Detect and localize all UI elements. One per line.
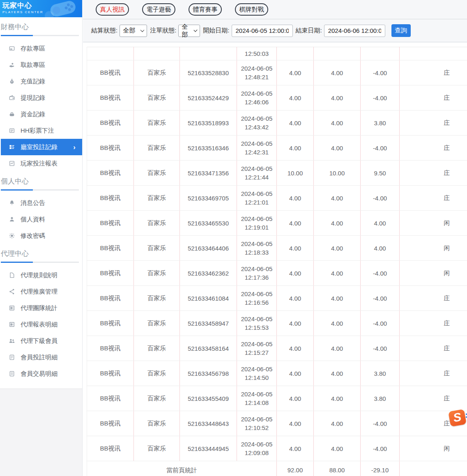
end-date-label: 結束日期: (296, 27, 322, 34)
cell-order: 521633458164 (180, 336, 237, 361)
order-status-value: 全部 (182, 23, 192, 39)
cell-date: 2024-06-05 (237, 264, 276, 273)
cell-bet: 4.00 (277, 386, 314, 411)
sidebar-item-doc-lines-2-5[interactable]: 會員投註明細 (1, 349, 82, 366)
cell-result: 闲 (400, 436, 467, 461)
doc-grid-icon (9, 370, 15, 377)
start-date-input[interactable] (232, 25, 293, 37)
chevron-down-icon (140, 28, 145, 32)
cell-date: 2024-06-05 (237, 365, 276, 373)
sidebar-item-label: 代理規則說明 (21, 271, 58, 279)
settle-status-select[interactable]: 全部 (120, 25, 147, 37)
cell-platform: BB视讯 (87, 60, 134, 85)
sidebar-item-money-bag-0-2[interactable]: 充值記錄 (1, 73, 82, 90)
cell-winloss: -4.00 (361, 186, 400, 211)
search-button[interactable]: 查詢 (391, 24, 411, 37)
cell-datetime: 2024-06-05 12:19:01 (237, 211, 277, 236)
sidebar-item-document-2-0[interactable]: 代理規則說明 (1, 267, 82, 283)
cell-platform: BB视讯 (87, 110, 134, 136)
sidebar-item-users-2-4[interactable]: 代理下級會員 (1, 333, 82, 349)
table-row: BB视讯 百家乐 521633448643 2024-06-05 12:10:5… (87, 411, 467, 436)
cell-game: 百家乐 (134, 286, 180, 311)
person-icon (9, 216, 15, 223)
cell-date: 2024-06-05 (237, 89, 276, 98)
sidebar-section-title: 財務中心 (1, 22, 82, 32)
sidebar-item-person-1-1[interactable]: 個人資料 (1, 211, 82, 228)
cell-result: 庄 (400, 110, 467, 136)
cell-winloss: -4.00 (361, 436, 400, 461)
cell-valid: 4.00 (314, 361, 361, 386)
cell-date: 2024-06-05 (237, 114, 276, 123)
cell-datetime: 2024-06-05 12:21:01 (237, 186, 277, 211)
sidebar-item-withdraw-hand-0-1[interactable]: 取款專區 (1, 57, 82, 73)
cell-winloss: 4.00 (361, 211, 400, 236)
share-icon (9, 288, 15, 295)
footer-empty (400, 461, 467, 476)
sidebar-item-label: 提現記錄 (21, 94, 45, 102)
sidebar-item-label: 會員投註明細 (21, 354, 58, 361)
cell-platform: BB视讯 (87, 386, 134, 411)
cell-game: 百家乐 (134, 186, 180, 211)
cell-platform: BB视讯 (87, 286, 134, 311)
end-date-input[interactable] (324, 25, 385, 37)
table-footer-row: 當前頁統計 92.00 88.00 -29.10 (87, 461, 467, 476)
bet-records-table-wrap: 12:50:03 BB视讯 百家乐 521633528830 2024-06-0… (83, 42, 467, 476)
cell-datetime: 2024-06-05 12:10:52 (237, 411, 277, 436)
cell-date: 2024-06-05 (237, 340, 276, 348)
cell-datetime: 2024-06-05 12:46:06 (237, 85, 277, 110)
cell-order: 521633524429 (180, 85, 237, 110)
sogou-ime-indicator[interactable]: S (449, 410, 467, 428)
tab-1[interactable]: 電子遊藝 (142, 3, 175, 16)
sidebar-item-kanban-0-6[interactable]: 廳室投註記錄 › (1, 139, 82, 155)
cell-bet: 4.00 (277, 110, 314, 136)
sidebar-item-list-0-5[interactable]: HH彩票下注 (1, 122, 82, 139)
sidebar-item-report-2-2[interactable]: 代理團隊統計 (1, 300, 82, 316)
cell-bet: 4.00 (277, 311, 314, 336)
cell-result: 庄 (400, 136, 467, 161)
tab-0[interactable]: 真人視訊 (96, 3, 129, 16)
sidebar-item-report-2-3[interactable]: 代理報表明細 (1, 316, 82, 333)
cell-bet: 4.00 (277, 60, 314, 85)
sidebar-item-bank-card-0-0[interactable]: 存款專區 (1, 40, 82, 57)
sidebar-item-label: 充值記錄 (21, 78, 45, 85)
cell-bet: 4.00 (277, 85, 314, 110)
cell-platform: BB视讯 (87, 85, 134, 110)
cell-result: 庄 (400, 161, 467, 186)
cell-order: 521633456798 (180, 361, 237, 386)
sidebar-menu-panel: 玩家中心 PLAYERS CENTER 財務中心 (0, 0, 82, 389)
tab-3[interactable]: 棋牌對戰 (235, 3, 268, 16)
chevron-down-icon (194, 28, 198, 32)
cell-bet (277, 47, 314, 60)
sidebar-item-gear-1-2[interactable]: 修改密碼 (1, 228, 82, 244)
sidebar-item-label: 代理報表明細 (21, 321, 58, 329)
tab-2[interactable]: 體育賽事 (189, 3, 222, 16)
sidebar-item-doc-grid-2-6[interactable]: 會員交易明細 (1, 366, 82, 382)
cell-game: 百家乐 (134, 436, 180, 461)
sidebar-item-share-2-1[interactable]: 代理推廣管理 (1, 283, 82, 300)
sidebar-item-label: 代理推廣管理 (21, 288, 58, 296)
sidebar-item-wallet-0-3[interactable]: 提現記錄 (1, 90, 82, 106)
cell-game: 百家乐 (134, 361, 180, 386)
report-icon (9, 321, 15, 328)
sidebar-item-bell-1-0[interactable]: 消息公告 (1, 195, 82, 211)
cell-game: 百家乐 (134, 261, 180, 286)
cell-valid: 4.00 (314, 60, 361, 85)
cell-result: 庄 (400, 336, 467, 361)
cell-time: 12:43:42 (237, 123, 276, 131)
sidebar-item-chart-report-0-7[interactable]: 玩家投注報表 (1, 155, 82, 172)
cell-game (134, 47, 180, 60)
cell-game: 百家乐 (134, 386, 180, 411)
order-status-select[interactable]: 全部 (178, 25, 200, 37)
cell-platform (87, 47, 134, 60)
table-row: BB视讯 百家乐 521633455409 2024-06-05 12:14:0… (87, 386, 467, 411)
sidebar-item-purse-0-4[interactable]: 資金記錄 (1, 106, 82, 122)
table-row: BB视讯 百家乐 521633516346 2024-06-05 12:42:3… (87, 136, 467, 161)
wallet-icon (9, 94, 15, 101)
cell-datetime: 2024-06-05 12:15:27 (237, 336, 277, 361)
sidebar-section: 財務中心 存款專區 取款專區 充值記錄 (0, 22, 82, 172)
cell-date: 2024-06-05 (237, 139, 276, 148)
cell-order (180, 47, 237, 60)
chart-report-icon (9, 160, 15, 167)
cell-datetime: 2024-06-05 12:18:33 (237, 236, 277, 261)
cell-result: 庄 (400, 286, 467, 311)
